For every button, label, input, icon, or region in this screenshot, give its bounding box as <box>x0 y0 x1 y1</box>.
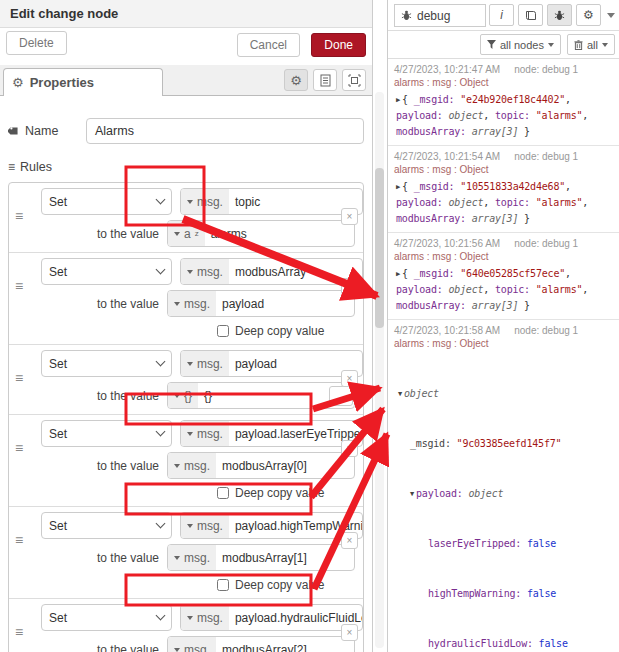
tab-properties-label: Properties <box>30 75 94 90</box>
node-appearance-button[interactable] <box>342 69 366 91</box>
tab-debug[interactable]: debug <box>394 4 486 27</box>
chevron-down-icon <box>155 611 165 621</box>
value-type-button[interactable]: msg. <box>168 545 216 570</box>
rule-value-input[interactable]: msg. modbusArray[0] <box>167 452 355 479</box>
property-type-button[interactable]: msg. <box>181 351 229 376</box>
message-preview[interactable]: ▶{ _msgid: "640e05285cf57ece", payload: … <box>394 264 617 315</box>
chevron-down-icon <box>155 427 165 437</box>
expand-caret-icon[interactable]: ▶ <box>396 92 400 108</box>
deep-copy-label: Deep copy value <box>235 578 324 592</box>
edit-properties-button[interactable]: ⚙ <box>284 69 308 91</box>
remove-rule-button[interactable]: × <box>341 370 358 387</box>
rule-action-select[interactable]: Set <box>41 512 172 539</box>
remove-rule-button[interactable]: × <box>341 624 358 641</box>
property-type-button[interactable]: msg. <box>181 421 229 446</box>
tab-properties[interactable]: ⚙ Properties <box>3 68 163 96</box>
cancel-button[interactable]: Cancel <box>237 33 300 57</box>
expand-editor-button[interactable]: ... <box>329 386 353 406</box>
deep-copy-row: Deep copy value <box>19 322 363 340</box>
dialog-scrollbar[interactable] <box>375 92 384 648</box>
drag-handle-icon[interactable]: ≡ <box>15 278 23 294</box>
rule-property-input[interactable]: msg. topic <box>180 188 363 215</box>
rule-property-input[interactable]: msg. payload <box>180 350 363 377</box>
name-input[interactable]: Alarms <box>86 118 364 144</box>
drag-handle-icon[interactable]: ≡ <box>15 208 23 224</box>
drag-handle-icon[interactable]: ≡ <box>15 532 23 548</box>
to-value-label: to the value <box>41 643 159 652</box>
value-type-button[interactable]: msg. <box>168 291 216 316</box>
expand-caret-icon[interactable]: ▶ <box>396 179 400 195</box>
caret-down-icon <box>174 556 180 560</box>
message-preview[interactable]: ▶{ _msgid: "e24b920ef18c4402", payload: … <box>394 90 617 141</box>
collapse-caret-icon[interactable]: ▼ <box>398 385 402 403</box>
debug-tab-button[interactable] <box>547 4 572 26</box>
value-type-button[interactable]: az <box>168 221 205 246</box>
rule-action-select[interactable]: Set <box>41 188 172 215</box>
rule-property-input[interactable]: msg. payload.laserEyeTripped <box>180 420 363 447</box>
delete-button[interactable]: Delete <box>6 31 67 55</box>
msgid-key: _msgid: <box>410 438 457 449</box>
clear-messages-button[interactable]: all <box>567 34 615 55</box>
collapse-caret-icon[interactable]: ▼ <box>410 485 414 503</box>
node-description-button[interactable] <box>313 69 337 91</box>
payload-item: highTempWarning: false <box>396 585 615 603</box>
rule-action-select[interactable]: Set <box>41 420 172 447</box>
sidebar-action-buttons: i ⚙ <box>489 4 617 26</box>
message-meta: alarms : msg : Object <box>394 250 617 264</box>
config-tab-button[interactable]: ⚙ <box>576 4 601 26</box>
gear-icon: ⚙ <box>12 75 24 90</box>
info-tab-button[interactable]: i <box>489 4 514 26</box>
list-icon: ≡ <box>8 160 15 174</box>
rule-value-input[interactable]: az alarms <box>167 220 355 247</box>
to-value-label: to the value <box>41 227 159 241</box>
chevron-down-icon <box>155 265 165 275</box>
remove-rule-button[interactable]: × <box>341 440 358 457</box>
remove-rule-button[interactable]: × <box>341 532 358 549</box>
message-node: node: debug 1 <box>514 151 578 162</box>
remove-rule-button[interactable]: × <box>341 208 358 225</box>
rule-action-select[interactable]: Set <box>41 258 172 285</box>
help-tab-button[interactable] <box>518 4 543 26</box>
rule-property-input[interactable]: msg. payload.hydraulicFluidLow <box>180 604 363 631</box>
done-button[interactable]: Done <box>311 33 366 57</box>
dialog-form: Name Alarms ≡ Rules ≡ Set msg. topic <box>0 96 372 652</box>
drag-handle-icon[interactable]: ≡ <box>15 370 23 386</box>
property-type-button[interactable]: msg. <box>181 513 229 538</box>
rules-list: ≡ Set msg. topic to the value az alarms <box>8 182 364 652</box>
rule-value-input[interactable]: msg. modbusArray[2] <box>167 636 355 652</box>
rule-action-select[interactable]: Set <box>41 604 172 631</box>
caret-down-icon <box>174 394 180 398</box>
rule-property-input[interactable]: msg. modbusArray <box>180 258 363 285</box>
value-type-button[interactable]: {} <box>168 383 198 408</box>
filter-nodes-button[interactable]: all nodes <box>480 34 561 55</box>
rule-property-input[interactable]: msg. payload.highTempWarning <box>180 512 363 539</box>
payload-item: laserEyeTripped: false <box>396 535 615 553</box>
property-type-button[interactable]: msg. <box>181 605 229 630</box>
property-type-button[interactable]: msg. <box>181 259 229 284</box>
drag-handle-icon[interactable]: ≡ <box>15 440 23 456</box>
rule-value-input[interactable]: msg. modbusArray[1] <box>167 544 355 571</box>
drag-handle-icon[interactable]: ≡ <box>15 624 23 640</box>
property-type-button[interactable]: msg. <box>181 189 229 214</box>
message-timestamp: 4/27/2023, 10:21:54 AM <box>394 151 500 162</box>
deep-copy-row: Deep copy value <box>19 484 363 502</box>
deep-copy-checkbox[interactable] <box>217 487 229 499</box>
caret-down-icon <box>602 43 608 47</box>
remove-rule-button[interactable]: × <box>341 278 358 295</box>
deep-copy-checkbox[interactable] <box>217 325 229 337</box>
expand-caret-icon[interactable]: ▶ <box>396 266 400 282</box>
rule-value-input[interactable]: msg. payload <box>167 290 355 317</box>
payload-item: hydraulicFluidLow: false <box>396 635 615 652</box>
rule-value-input[interactable]: {} {} ... <box>167 382 355 409</box>
sidebar-menu-button[interactable] <box>605 13 617 18</box>
rule-action-select[interactable]: Set <box>41 350 172 377</box>
appearance-icon <box>348 74 361 87</box>
value-type-button[interactable]: msg. <box>168 453 216 478</box>
rule-set-lasereyetripped: ≡ Set msg. payload.laserEyeTripped to th… <box>9 415 363 507</box>
message-preview[interactable]: ▶{ _msgid: "10551833a42d4e68", payload: … <box>394 177 617 228</box>
deep-copy-checkbox[interactable] <box>217 579 229 591</box>
scrollbar-thumb[interactable] <box>375 168 384 328</box>
dialog-button-bar: Delete Cancel Done <box>0 28 372 65</box>
debug-message: 4/27/2023, 10:21:47 AMnode: debug 1 alar… <box>388 59 619 146</box>
value-type-button[interactable]: msg. <box>168 637 216 652</box>
